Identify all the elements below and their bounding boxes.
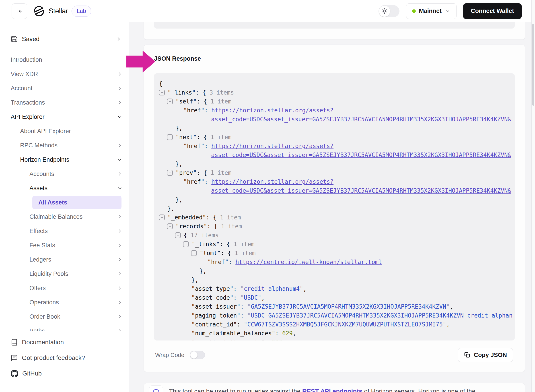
sidebar-item-label: Liquidity Pools (29, 271, 117, 277)
footer-item-label: GitHub (22, 370, 42, 377)
chevron-right-icon (117, 143, 122, 148)
info-icon-button[interactable] (149, 385, 163, 392)
json-link[interactable]: https://horizon.stellar.org/assets? (211, 177, 334, 186)
collapse-node-icon[interactable] (167, 98, 173, 104)
collapse-node-icon[interactable] (167, 224, 173, 229)
wrap-code-toggle[interactable] (190, 351, 205, 359)
json-link[interactable]: asset_code=USDC&asset_issuer=GA5ZSEJYB37… (211, 186, 511, 195)
sidebar-item-claimable-balances[interactable]: Claimable Balances (0, 210, 129, 224)
collapse-node-icon[interactable] (175, 232, 181, 238)
json-p-segment: }, (200, 266, 206, 275)
sidebar-item-account[interactable]: Account (0, 81, 129, 95)
json-key-segment: "_links" (192, 240, 219, 249)
sidebar-item-operations[interactable]: Operations (0, 295, 129, 309)
sidebar-item-api-explorer[interactable]: API Explorer (0, 110, 129, 124)
json-line: "asset_issuer": "GA5ZSEJYB37JRC5AVCIA5MO… (159, 302, 515, 311)
json-c-segment: 3 items (206, 88, 234, 97)
collapse-node-icon[interactable] (159, 90, 165, 95)
chevron-right-icon (117, 214, 122, 219)
sidebar-item-assets[interactable]: Assets (0, 181, 129, 195)
sidebar-item-fee-stats[interactable]: Fee Stats (0, 238, 129, 252)
chat-icon (11, 354, 18, 361)
collapse-sidebar-button[interactable] (12, 3, 27, 19)
collapse-node-icon[interactable] (167, 134, 173, 140)
sidebar-item-accounts[interactable]: Accounts (0, 167, 129, 181)
previous-card-partial (144, 22, 525, 40)
brand-name: Stellar (49, 7, 68, 15)
json-q-segment: " (240, 284, 244, 293)
sidebar-item-label: Ledgers (29, 256, 117, 263)
network-select[interactable]: Mainnet (406, 3, 456, 19)
json-key-segment: "href" (208, 257, 228, 266)
sidebar-divider (11, 50, 121, 50)
json-q-segment: " (244, 320, 247, 329)
collapse-sidebar-icon (16, 8, 23, 15)
json-p-segment: : { (206, 213, 216, 222)
chevron-down-icon (117, 186, 122, 191)
json-c-segment: 1 item (230, 240, 255, 249)
sidebar-item-ledgers[interactable]: Ledgers (0, 252, 129, 267)
collapse-node-icon[interactable] (159, 215, 165, 220)
sidebar-item-rpc-methods[interactable]: RPC Methods (0, 138, 129, 153)
sidebar-footer-documentation[interactable]: Documentation (0, 335, 129, 350)
scrollbar-thumb[interactable] (532, 24, 534, 106)
json-p-segment: : (205, 106, 211, 115)
json-line: }, (159, 159, 515, 168)
sidebar-item-all-assets[interactable]: All Assets (0, 195, 129, 210)
json-link[interactable]: asset_code=USDC&asset_issuer=GA5ZSEJYB37… (211, 150, 511, 159)
info-text-before: This tool can be used to run queries aga… (169, 388, 302, 392)
sidebar-item-label: Claimable Balances (29, 213, 117, 220)
json-p-segment: , (303, 284, 307, 293)
sidebar-item-view-xdr[interactable]: View XDR (0, 67, 129, 81)
collapse-node-icon[interactable] (167, 170, 173, 176)
sidebar-item-label: Order Book (29, 313, 117, 320)
copy-json-label: Copy JSON (474, 352, 507, 359)
sidebar-item-effects[interactable]: Effects (0, 224, 129, 238)
json-line: "toml": { 1 item (159, 249, 515, 257)
theme-toggle[interactable] (378, 5, 400, 17)
collapse-node-icon[interactable] (191, 250, 197, 256)
json-link[interactable]: https://centre.io/.well-known/stellar.to… (235, 257, 382, 266)
json-key-segment: "href" (183, 106, 205, 115)
sidebar-item-transactions[interactable]: Transactions (0, 95, 129, 110)
copy-json-button[interactable]: Copy JSON (458, 348, 513, 362)
sidebar-item-horizon-endpoints[interactable]: Horizon Endpoints (0, 153, 129, 167)
json-p-segment: }, (175, 159, 182, 168)
main-content: JSON Response {"_links": { 3 items"self"… (129, 22, 532, 392)
collapse-node-icon[interactable] (183, 241, 189, 247)
sidebar-item-saved[interactable]: Saved (0, 31, 129, 47)
chevron-down-icon (445, 8, 451, 14)
stellar-logo-icon (33, 5, 45, 17)
json-q-segment: " (247, 311, 251, 320)
sidebar-footer-feedback[interactable]: Got product feedback? (0, 350, 129, 366)
json-key-segment: "records" (176, 222, 207, 231)
app-header: Stellar Lab Mainnet (0, 0, 535, 22)
json-line: }, (159, 275, 515, 284)
json-link[interactable]: https://horizon.stellar.org/assets? (211, 106, 334, 115)
sidebar-item-introduction[interactable]: Introduction (0, 53, 129, 67)
json-key-segment: "toml" (200, 249, 221, 257)
brand[interactable]: Stellar Lab (33, 5, 91, 17)
json-s-segment: GA5ZSEJYB37JRC5AVCIA5MOP4RHTM335X2KGX3IH… (251, 302, 446, 311)
json-s-segment: USDC_GA5ZSEJYB37JRC5AVCIA5MOP4RHTM335X2K… (251, 311, 512, 320)
sidebar-item-order-book[interactable]: Order Book (0, 309, 129, 324)
json-link[interactable]: asset_code=USDC&asset_issuer=GA5ZSEJYB37… (211, 115, 511, 124)
sidebar-item-about-api-explorer[interactable]: About API Explorer (0, 124, 129, 138)
rest-api-endpoints-link[interactable]: REST API endpoints (302, 388, 363, 392)
sidebar-item-liquidity-pools[interactable]: Liquidity Pools (0, 267, 129, 281)
json-s-segment: USDC (244, 293, 258, 302)
sidebar-footer-github[interactable]: GitHub (0, 366, 129, 381)
json-response-title: JSON Response (154, 55, 201, 62)
sidebar-item-label: View XDR (11, 71, 117, 78)
json-key-segment: "asset_code" (191, 293, 233, 302)
json-line: "_links": { 3 items (159, 88, 515, 97)
network-status-dot (412, 9, 416, 13)
json-line: "asset_type": "credit_alphanum4", (159, 284, 515, 293)
json-key-segment: "_links" (168, 88, 195, 97)
json-p-segment: : (240, 302, 247, 311)
sidebar-item-label: Transactions (11, 99, 117, 106)
json-key-segment: "asset_type" (191, 284, 233, 293)
json-link[interactable]: https://horizon.stellar.org/assets? (211, 142, 334, 150)
connect-wallet-button[interactable]: Connect Wallet (463, 3, 522, 19)
sidebar-item-offers[interactable]: Offers (0, 281, 129, 295)
